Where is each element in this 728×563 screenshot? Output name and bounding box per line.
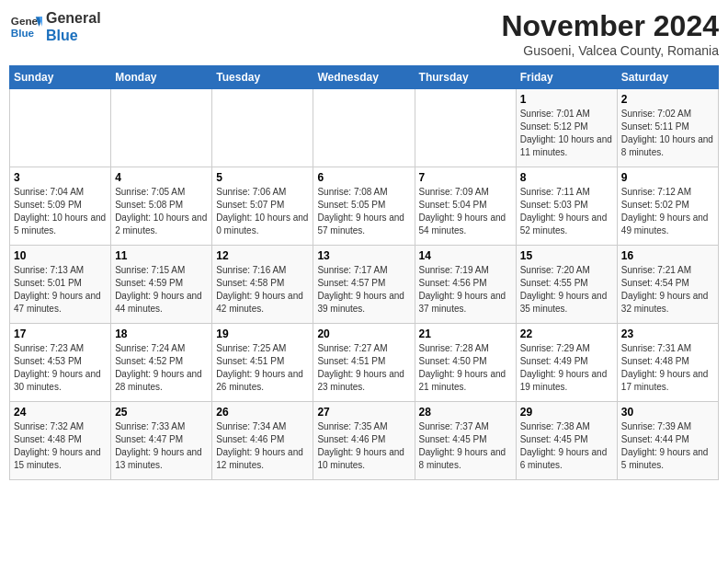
day-number: 25 bbox=[115, 406, 208, 419]
calendar-cell: 7Sunrise: 7:09 AMSunset: 5:04 PMDaylight… bbox=[415, 167, 516, 246]
day-number: 10 bbox=[14, 249, 107, 262]
day-info: Sunrise: 7:23 AMSunset: 4:53 PMDaylight:… bbox=[14, 342, 107, 394]
day-number: 14 bbox=[419, 249, 512, 262]
weekday-header: Monday bbox=[111, 66, 212, 89]
calendar-cell: 3Sunrise: 7:04 AMSunset: 5:09 PMDaylight… bbox=[10, 167, 111, 246]
day-number: 29 bbox=[520, 406, 613, 419]
day-info: Sunrise: 7:21 AMSunset: 4:54 PMDaylight:… bbox=[621, 264, 714, 316]
day-info: Sunrise: 7:37 AMSunset: 4:45 PMDaylight:… bbox=[419, 420, 512, 472]
day-number: 3 bbox=[14, 171, 107, 184]
calendar-cell: 22Sunrise: 7:29 AMSunset: 4:49 PMDayligh… bbox=[516, 324, 617, 402]
calendar-cell: 24Sunrise: 7:32 AMSunset: 4:48 PMDayligh… bbox=[10, 402, 111, 480]
day-number: 26 bbox=[216, 406, 309, 419]
calendar-week-row: 17Sunrise: 7:23 AMSunset: 4:53 PMDayligh… bbox=[10, 324, 719, 402]
day-info: Sunrise: 7:02 AMSunset: 5:11 PMDaylight:… bbox=[621, 108, 714, 159]
calendar-cell: 4Sunrise: 7:05 AMSunset: 5:08 PMDaylight… bbox=[111, 167, 212, 246]
day-info: Sunrise: 7:06 AMSunset: 5:07 PMDaylight:… bbox=[216, 186, 309, 237]
day-number: 19 bbox=[216, 327, 309, 340]
logo-icon: General Blue bbox=[9, 10, 42, 43]
weekday-header: Thursday bbox=[415, 66, 516, 89]
day-info: Sunrise: 7:17 AMSunset: 4:57 PMDaylight:… bbox=[317, 264, 410, 316]
calendar-cell: 14Sunrise: 7:19 AMSunset: 4:56 PMDayligh… bbox=[415, 246, 516, 324]
day-info: Sunrise: 7:12 AMSunset: 5:02 PMDaylight:… bbox=[621, 186, 714, 237]
calendar-cell: 9Sunrise: 7:12 AMSunset: 5:02 PMDaylight… bbox=[617, 167, 718, 246]
title-block: November 2024 Gusoeni, Valcea County, Ro… bbox=[501, 9, 719, 58]
day-info: Sunrise: 7:39 AMSunset: 4:44 PMDaylight:… bbox=[621, 420, 714, 472]
day-number: 12 bbox=[216, 249, 309, 262]
svg-text:Blue: Blue bbox=[11, 27, 35, 39]
day-number: 17 bbox=[14, 327, 107, 340]
calendar-cell: 23Sunrise: 7:31 AMSunset: 4:48 PMDayligh… bbox=[617, 324, 718, 402]
month-title: November 2024 bbox=[501, 9, 719, 43]
day-info: Sunrise: 7:08 AMSunset: 5:05 PMDaylight:… bbox=[317, 186, 410, 237]
calendar-cell: 10Sunrise: 7:13 AMSunset: 5:01 PMDayligh… bbox=[10, 246, 111, 324]
logo-general-text: General bbox=[46, 10, 101, 26]
day-info: Sunrise: 7:04 AMSunset: 5:09 PMDaylight:… bbox=[14, 186, 107, 237]
calendar-cell: 2Sunrise: 7:02 AMSunset: 5:11 PMDaylight… bbox=[617, 89, 718, 167]
calendar-cell: 13Sunrise: 7:17 AMSunset: 4:57 PMDayligh… bbox=[313, 246, 415, 324]
weekday-header: Friday bbox=[516, 66, 617, 89]
day-info: Sunrise: 7:34 AMSunset: 4:46 PMDaylight:… bbox=[216, 420, 309, 472]
day-info: Sunrise: 7:01 AMSunset: 5:12 PMDaylight:… bbox=[520, 108, 613, 159]
calendar-cell: 28Sunrise: 7:37 AMSunset: 4:45 PMDayligh… bbox=[415, 402, 516, 480]
calendar-week-row: 1Sunrise: 7:01 AMSunset: 5:12 PMDaylight… bbox=[10, 89, 719, 167]
weekday-header: Wednesday bbox=[313, 66, 415, 89]
day-info: Sunrise: 7:20 AMSunset: 4:55 PMDaylight:… bbox=[520, 264, 613, 316]
calendar-cell: 17Sunrise: 7:23 AMSunset: 4:53 PMDayligh… bbox=[10, 324, 111, 402]
day-number: 21 bbox=[419, 327, 512, 340]
calendar-cell: 6Sunrise: 7:08 AMSunset: 5:05 PMDaylight… bbox=[313, 167, 415, 246]
day-number: 8 bbox=[520, 171, 613, 184]
day-info: Sunrise: 7:19 AMSunset: 4:56 PMDaylight:… bbox=[419, 264, 512, 316]
location-subtitle: Gusoeni, Valcea County, Romania bbox=[501, 43, 719, 58]
logo: General Blue General Blue bbox=[9, 9, 101, 44]
weekday-header-row: SundayMondayTuesdayWednesdayThursdayFrid… bbox=[10, 66, 719, 89]
day-number: 1 bbox=[520, 93, 613, 106]
day-info: Sunrise: 7:09 AMSunset: 5:04 PMDaylight:… bbox=[419, 186, 512, 237]
day-number: 18 bbox=[115, 327, 208, 340]
calendar-cell: 15Sunrise: 7:20 AMSunset: 4:55 PMDayligh… bbox=[516, 246, 617, 324]
day-info: Sunrise: 7:27 AMSunset: 4:51 PMDaylight:… bbox=[317, 342, 410, 394]
calendar-cell: 21Sunrise: 7:28 AMSunset: 4:50 PMDayligh… bbox=[415, 324, 516, 402]
day-number: 2 bbox=[621, 93, 714, 106]
calendar-week-row: 3Sunrise: 7:04 AMSunset: 5:09 PMDaylight… bbox=[10, 167, 719, 246]
day-number: 28 bbox=[419, 406, 512, 419]
calendar-cell: 29Sunrise: 7:38 AMSunset: 4:45 PMDayligh… bbox=[516, 402, 617, 480]
weekday-header: Sunday bbox=[10, 66, 111, 89]
day-number: 15 bbox=[520, 249, 613, 262]
day-info: Sunrise: 7:15 AMSunset: 4:59 PMDaylight:… bbox=[115, 264, 208, 316]
calendar-cell: 18Sunrise: 7:24 AMSunset: 4:52 PMDayligh… bbox=[111, 324, 212, 402]
day-info: Sunrise: 7:25 AMSunset: 4:51 PMDaylight:… bbox=[216, 342, 309, 394]
day-number: 22 bbox=[520, 327, 613, 340]
day-number: 4 bbox=[115, 171, 208, 184]
calendar-cell bbox=[415, 89, 516, 167]
calendar-table: SundayMondayTuesdayWednesdayThursdayFrid… bbox=[9, 65, 719, 480]
calendar-cell: 11Sunrise: 7:15 AMSunset: 4:59 PMDayligh… bbox=[111, 246, 212, 324]
day-info: Sunrise: 7:13 AMSunset: 5:01 PMDaylight:… bbox=[14, 264, 107, 316]
weekday-header: Saturday bbox=[617, 66, 718, 89]
day-info: Sunrise: 7:32 AMSunset: 4:48 PMDaylight:… bbox=[14, 420, 107, 472]
calendar-cell: 16Sunrise: 7:21 AMSunset: 4:54 PMDayligh… bbox=[617, 246, 718, 324]
calendar-cell: 1Sunrise: 7:01 AMSunset: 5:12 PMDaylight… bbox=[516, 89, 617, 167]
day-info: Sunrise: 7:28 AMSunset: 4:50 PMDaylight:… bbox=[419, 342, 512, 394]
calendar-week-row: 10Sunrise: 7:13 AMSunset: 5:01 PMDayligh… bbox=[10, 246, 719, 324]
day-number: 23 bbox=[621, 327, 714, 340]
calendar-cell: 27Sunrise: 7:35 AMSunset: 4:46 PMDayligh… bbox=[313, 402, 415, 480]
day-number: 24 bbox=[14, 406, 107, 419]
calendar-cell: 25Sunrise: 7:33 AMSunset: 4:47 PMDayligh… bbox=[111, 402, 212, 480]
day-number: 27 bbox=[317, 406, 410, 419]
day-info: Sunrise: 7:33 AMSunset: 4:47 PMDaylight:… bbox=[115, 420, 208, 472]
day-info: Sunrise: 7:31 AMSunset: 4:48 PMDaylight:… bbox=[621, 342, 714, 394]
day-info: Sunrise: 7:11 AMSunset: 5:03 PMDaylight:… bbox=[520, 186, 613, 237]
calendar-cell bbox=[313, 89, 415, 167]
day-number: 30 bbox=[621, 406, 714, 419]
calendar-cell: 5Sunrise: 7:06 AMSunset: 5:07 PMDaylight… bbox=[212, 167, 313, 246]
day-number: 9 bbox=[621, 171, 714, 184]
calendar-cell: 19Sunrise: 7:25 AMSunset: 4:51 PMDayligh… bbox=[212, 324, 313, 402]
day-number: 6 bbox=[317, 171, 410, 184]
calendar-cell bbox=[10, 89, 111, 167]
day-number: 11 bbox=[115, 249, 208, 262]
day-info: Sunrise: 7:16 AMSunset: 4:58 PMDaylight:… bbox=[216, 264, 309, 316]
day-number: 5 bbox=[216, 171, 309, 184]
calendar-cell bbox=[111, 89, 212, 167]
calendar-cell: 12Sunrise: 7:16 AMSunset: 4:58 PMDayligh… bbox=[212, 246, 313, 324]
